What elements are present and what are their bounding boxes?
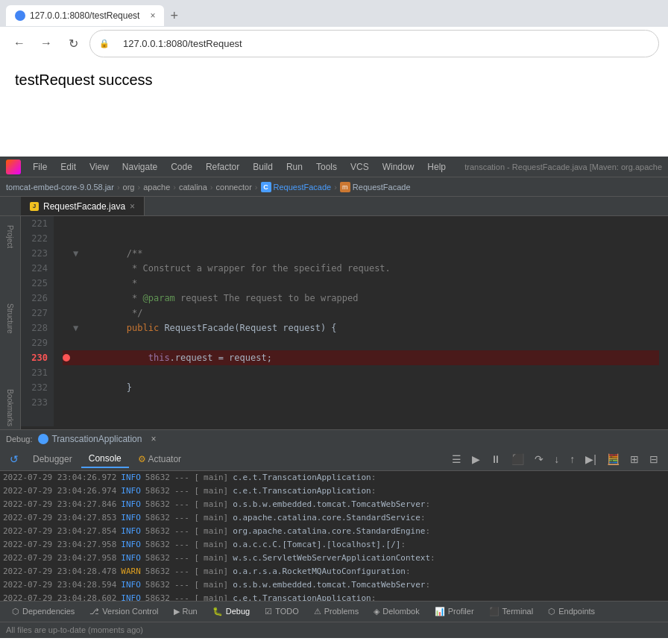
breadcrumb-class-name[interactable]: RequestFacade bbox=[274, 183, 332, 192]
ide-status-bar: All files are up-to-date (moments ago) bbox=[0, 622, 668, 638]
browser-chrome: 127.0.0.1:8080/testRequest × + ← → ↻ 🔒 bbox=[0, 0, 668, 60]
page-response-text: testRequest success bbox=[15, 72, 153, 88]
debug-action-btns: ☰ ▶ ⏸ ⬛ ↷ ↓ ↑ ▶| 🧮 ⊞ ⊟ bbox=[448, 451, 662, 467]
structure-panel-btn[interactable]: Structure bbox=[4, 300, 16, 337]
code-line-222 bbox=[63, 231, 659, 246]
refresh-button[interactable]: ↻ bbox=[63, 33, 84, 54]
bookmarks-panel-btn[interactable]: Bookmarks bbox=[4, 386, 16, 429]
tab-favicon bbox=[15, 10, 25, 21]
log-line: 2022-07-29 23:04:26.974INFO58632--- [ ma… bbox=[0, 484, 668, 498]
code-line-231 bbox=[63, 365, 659, 380]
tab-requestfacade[interactable]: J RequestFacade.java × bbox=[21, 197, 145, 215]
ide-breadcrumb: tomcat-embed-core-9.0.58.jar › org › apa… bbox=[0, 177, 668, 197]
breadcrumb-org[interactable]: org bbox=[123, 183, 135, 192]
menu-refactor[interactable]: Refactor bbox=[200, 160, 245, 174]
debug-threads-btn[interactable]: ⊟ bbox=[646, 451, 662, 467]
code-line-230: this.request = request; bbox=[63, 350, 659, 365]
console-log-area[interactable]: 2022-07-29 23:04:26.972INFO58632--- [ ma… bbox=[0, 471, 668, 601]
debug-settings-btn[interactable]: ☰ bbox=[448, 451, 465, 467]
line-numbers: 221 222 223 224 225 226 227 228 229 230 … bbox=[21, 216, 54, 426]
debug-run-cursor-btn[interactable]: ▶| bbox=[582, 451, 600, 467]
bottom-tab-terminal[interactable]: ⬛ Terminal bbox=[483, 604, 540, 619]
new-tab-button[interactable]: + bbox=[164, 5, 184, 27]
dependencies-icon: ⬡ bbox=[12, 607, 19, 616]
bottom-tab-debug[interactable]: 🐛 Debug bbox=[207, 604, 256, 619]
log-line: 2022-07-29 23:04:26.972INFO58632--- [ ma… bbox=[0, 471, 668, 484]
debugger-tab-btn[interactable]: Debugger bbox=[25, 451, 80, 467]
bottom-tab-vcs[interactable]: ⎇ Version Control bbox=[84, 604, 164, 619]
debug-app-icon bbox=[38, 434, 48, 444]
ide-bottom-bar: ⬡ Dependencies ⎇ Version Control ▶ Run 🐛… bbox=[0, 601, 668, 622]
profiler-icon: 📊 bbox=[435, 607, 445, 616]
debug-app-tab[interactable]: TranscationApplication bbox=[38, 434, 142, 444]
debug-bar: Debug: TranscationApplication × bbox=[0, 429, 668, 449]
bottom-tab-profiler[interactable]: 📊 Profiler bbox=[429, 604, 480, 619]
debug-pause-btn[interactable]: ⏸ bbox=[487, 451, 505, 467]
menu-view[interactable]: View bbox=[84, 160, 115, 174]
code-line-227: */ bbox=[63, 306, 659, 321]
bottom-tab-run[interactable]: ▶ Run bbox=[168, 604, 204, 619]
back-button[interactable]: ← bbox=[9, 33, 30, 54]
debug-evaluate-btn[interactable]: 🧮 bbox=[603, 451, 623, 467]
breadcrumb-catalina[interactable]: catalina bbox=[179, 183, 207, 192]
tab-bar: 127.0.0.1:8080/testRequest × + bbox=[0, 0, 668, 27]
debug-app-close[interactable]: × bbox=[151, 434, 156, 444]
code-editor[interactable]: 221 222 223 224 225 226 227 228 229 230 … bbox=[21, 216, 668, 426]
code-line-232: } bbox=[63, 380, 659, 395]
tab-close-btn[interactable]: × bbox=[130, 201, 135, 212]
status-text: All files are up-to-date (moments ago) bbox=[6, 625, 143, 634]
menu-window[interactable]: Window bbox=[376, 160, 420, 174]
address-input[interactable] bbox=[113, 34, 649, 54]
problems-icon: ⚠ bbox=[314, 607, 321, 616]
ide-window-title: transcation - RequestFacade.java [Maven:… bbox=[464, 162, 662, 171]
run-icon: ▶ bbox=[174, 607, 180, 616]
code-line-225: * bbox=[63, 276, 659, 291]
ide-window: File Edit View Navigate Code Refactor Bu… bbox=[0, 157, 668, 574]
debug-step-into-btn[interactable]: ↓ bbox=[550, 451, 563, 467]
debug-step-over-btn[interactable]: ↷ bbox=[531, 451, 547, 467]
bottom-tab-todo[interactable]: ☑ TODO bbox=[259, 604, 305, 619]
browser-tab[interactable]: 127.0.0.1:8080/testRequest × bbox=[6, 5, 164, 26]
tab-close-btn[interactable]: × bbox=[150, 10, 155, 21]
debug-frames-btn[interactable]: ⊞ bbox=[626, 451, 643, 467]
log-line: 2022-07-29 23:04:28.602INFO58632--- [ ma… bbox=[0, 592, 668, 601]
menu-run[interactable]: Run bbox=[280, 160, 309, 174]
debug-stop-btn[interactable]: ⬛ bbox=[508, 451, 528, 467]
project-panel-btn[interactable]: Project bbox=[4, 222, 16, 251]
menu-tools[interactable]: Tools bbox=[310, 160, 343, 174]
actuator-tab-btn[interactable]: ⚙ Actuator bbox=[130, 451, 189, 467]
debug-resume-btn[interactable]: ▶ bbox=[468, 451, 484, 467]
menu-navigate[interactable]: Navigate bbox=[116, 160, 163, 174]
debug-label: Debug: bbox=[6, 435, 32, 443]
bottom-tab-dependencies[interactable]: ⬡ Dependencies bbox=[6, 604, 81, 619]
tab-java-icon: J bbox=[30, 202, 39, 211]
menu-help[interactable]: Help bbox=[421, 160, 452, 174]
bottom-tab-problems[interactable]: ⚠ Problems bbox=[308, 604, 365, 619]
menu-file[interactable]: File bbox=[27, 160, 53, 174]
address-bar: ← → ↻ 🔒 bbox=[0, 27, 668, 60]
menu-build[interactable]: Build bbox=[247, 160, 279, 174]
bottom-tab-endpoints[interactable]: ⬡ Endpoints bbox=[542, 604, 601, 619]
breadcrumb-connector[interactable]: connector bbox=[216, 183, 252, 192]
code-content[interactable]: ▼ /** * Construct a wrapper for the spec… bbox=[54, 216, 668, 426]
ide-logo bbox=[6, 160, 21, 174]
log-line: 2022-07-29 23:04:27.853INFO58632--- [ ma… bbox=[0, 511, 668, 525]
menu-edit[interactable]: Edit bbox=[54, 160, 82, 174]
bottom-tab-delombok[interactable]: ◈ Delombok bbox=[368, 604, 426, 619]
breadcrumb-member-name[interactable]: RequestFacade bbox=[353, 183, 411, 192]
debug-restart-btn[interactable]: ↺ bbox=[6, 451, 22, 467]
code-line-221 bbox=[63, 216, 659, 231]
debug-step-out-btn[interactable]: ↑ bbox=[566, 451, 579, 467]
console-tab-btn[interactable]: Console bbox=[81, 450, 129, 468]
breadcrumb-apache[interactable]: apache bbox=[143, 183, 170, 192]
debug-tabs: Debugger Console ⚙ Actuator bbox=[25, 450, 189, 468]
debug-icon: 🐛 bbox=[212, 607, 223, 616]
menu-code[interactable]: Code bbox=[165, 160, 198, 174]
tab-title: 127.0.0.1:8080/testRequest bbox=[30, 10, 139, 21]
terminal-icon: ⬛ bbox=[489, 607, 500, 616]
log-line: 2022-07-29 23:04:27.958INFO58632--- [ ma… bbox=[0, 538, 668, 552]
menu-vcs[interactable]: VCS bbox=[344, 160, 375, 174]
breadcrumb-jar[interactable]: tomcat-embed-core-9.0.58.jar bbox=[6, 183, 114, 192]
forward-button[interactable]: → bbox=[36, 33, 57, 54]
ide-menu-bar: File Edit View Navigate Code Refactor Bu… bbox=[0, 157, 668, 177]
